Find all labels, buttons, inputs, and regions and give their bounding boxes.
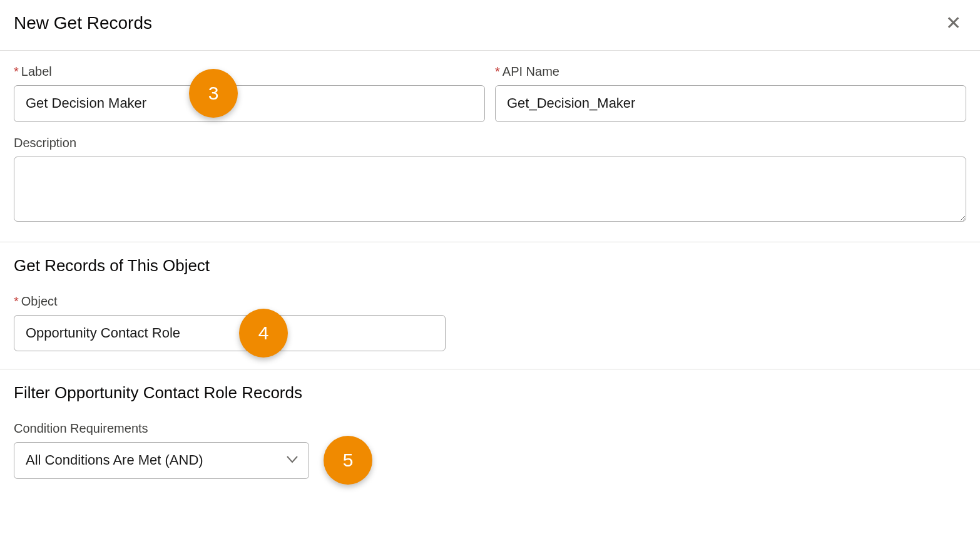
filter-section: Filter Opportunity Contact Role Records … xyxy=(0,369,980,493)
required-asterisk-icon: * xyxy=(495,64,500,78)
object-section: Get Records of This Object *Object 4 xyxy=(0,242,980,370)
description-field-group: Description xyxy=(14,136,966,224)
required-asterisk-icon: * xyxy=(14,64,19,78)
modal-title: New Get Records xyxy=(14,13,152,33)
modal-header: New Get Records ✕ xyxy=(0,0,980,51)
condition-requirements-label: Condition Requirements xyxy=(14,421,966,436)
required-asterisk-icon: * xyxy=(14,294,19,308)
get-records-modal: New Get Records ✕ *Label 3 *API Name Des… xyxy=(0,0,980,551)
label-text: Label xyxy=(21,64,52,78)
description-textarea[interactable] xyxy=(14,157,966,222)
identity-section: *Label 3 *API Name Description xyxy=(0,51,980,242)
object-section-heading: Get Records of This Object xyxy=(14,256,966,276)
condition-requirements-select[interactable]: All Conditions Are Met (AND) xyxy=(14,442,309,479)
close-icon[interactable]: ✕ xyxy=(941,11,966,35)
filter-section-heading: Filter Opportunity Contact Role Records xyxy=(14,383,966,403)
object-label-text: Object xyxy=(21,294,58,308)
description-field-label: Description xyxy=(14,136,966,150)
api-name-text: API Name xyxy=(503,64,559,78)
api-name-field-group: *API Name xyxy=(495,64,966,122)
label-field-label: *Label xyxy=(14,64,485,79)
object-field-label: *Object xyxy=(14,294,966,309)
api-name-field-label: *API Name xyxy=(495,64,966,79)
label-input[interactable] xyxy=(14,85,485,122)
object-combobox[interactable] xyxy=(14,315,446,352)
api-name-input[interactable] xyxy=(495,85,966,122)
callout-5: 5 xyxy=(324,436,372,485)
label-field-group: *Label 3 xyxy=(14,64,485,122)
